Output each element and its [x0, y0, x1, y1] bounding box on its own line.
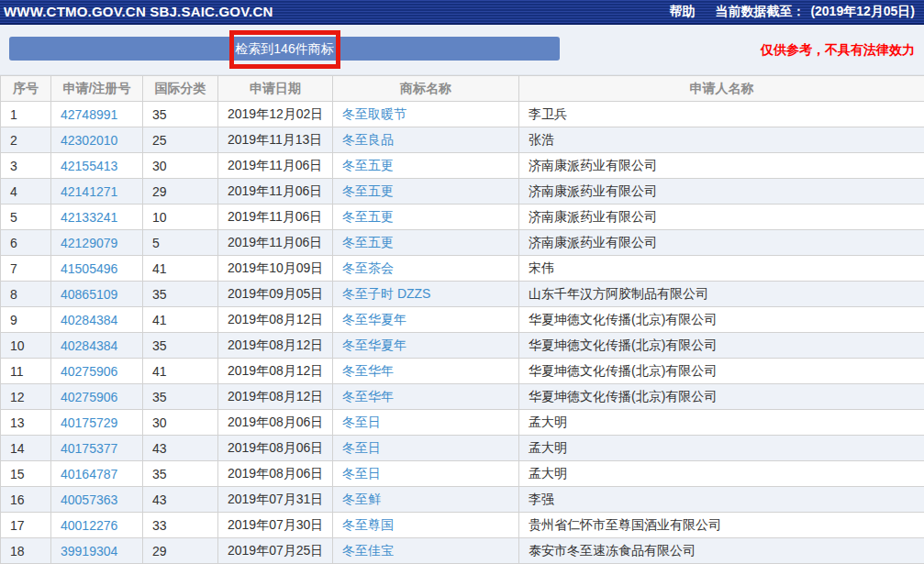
reg-number-cell: 40284384 — [51, 307, 143, 333]
applicant-name-cell: 孟大明 — [519, 436, 924, 461]
trademark-name-cell: 冬至取暖节 — [333, 102, 519, 127]
registration-number-link[interactable]: 42133241 — [61, 210, 117, 225]
registration-number-link[interactable]: 40284384 — [61, 313, 117, 327]
registration-number-link[interactable]: 40275906 — [61, 364, 117, 379]
reg-number-cell: 42129079 — [51, 230, 143, 256]
registration-number-link[interactable]: 40175729 — [61, 415, 117, 430]
intl-class-cell: 41 — [143, 307, 218, 333]
trademark-results-table: 序号 申请/注册号 国际分类 申请日期 商标名称 申请人名称 142748991… — [0, 75, 924, 564]
table-row: 940284384412019年08月12日冬至华夏年华夏坤德文化传播(北京)有… — [1, 307, 924, 333]
reg-number-cell: 40164787 — [51, 461, 143, 487]
applicant-name-cell: 李卫兵 — [519, 102, 924, 127]
intl-class-cell: 30 — [143, 410, 218, 436]
trademark-name-cell: 冬至日 — [333, 410, 519, 436]
trademark-name-link[interactable]: 冬至五更 — [342, 235, 394, 249]
registration-number-link[interactable]: 42302010 — [61, 133, 117, 148]
table-row: 741505496412019年10月09日冬至茶会宋伟 — [1, 256, 924, 282]
applicant-name-cell: 泰安市冬至速冻食品有限公司 — [519, 538, 924, 564]
row-index-cell: 13 — [1, 410, 51, 436]
trademark-name-link[interactable]: 冬至茶会 — [342, 260, 394, 275]
registration-number-link[interactable]: 40057363 — [61, 492, 117, 507]
row-index-cell: 15 — [1, 461, 51, 487]
registration-number-link[interactable]: 40012276 — [61, 518, 117, 533]
applicant-name-cell: 贵州省仁怀市至尊国酒业有限公司 — [519, 513, 924, 538]
applicant-name-cell: 济南康派药业有限公司 — [519, 153, 924, 179]
application-date-cell: 2019年08月12日 — [218, 359, 333, 384]
trademark-name-link[interactable]: 冬至日 — [342, 440, 381, 455]
intl-class-cell: 41 — [143, 359, 218, 384]
registration-number-link[interactable]: 40175377 — [61, 441, 117, 456]
intl-class-cell: 5 — [143, 230, 218, 256]
trademark-name-link[interactable]: 冬至五更 — [342, 158, 394, 172]
table-row: 64212907952019年11月06日冬至五更济南康派药业有限公司 — [1, 230, 924, 256]
registration-number-link[interactable]: 39919304 — [61, 544, 117, 558]
applicant-name-cell: 济南康派药业有限公司 — [519, 205, 924, 230]
trademark-name-link[interactable]: 冬至华年 — [342, 363, 394, 378]
intl-class-cell: 30 — [143, 153, 218, 179]
trademark-name-link[interactable]: 冬至日 — [342, 415, 381, 429]
applicant-name-cell: 孟大明 — [519, 461, 924, 487]
trademark-name-cell: 冬至日 — [333, 436, 519, 461]
reg-number-cell: 40865109 — [51, 282, 143, 307]
result-banner: 检索到146件商标 仅供参考，不具有法律效力 — [0, 25, 924, 75]
row-index-cell: 12 — [1, 384, 51, 410]
row-index-cell: 4 — [1, 179, 51, 205]
registration-number-link[interactable]: 42748991 — [61, 107, 117, 122]
trademark-name-link[interactable]: 冬至五更 — [342, 209, 394, 224]
trademark-name-link[interactable]: 冬至华年 — [342, 389, 394, 404]
trademark-name-link[interactable]: 冬至五更 — [342, 183, 394, 198]
registration-number-link[interactable]: 40865109 — [61, 287, 117, 302]
intl-class-cell: 35 — [143, 461, 218, 487]
registration-number-link[interactable]: 41505496 — [61, 261, 117, 276]
registration-number-link[interactable]: 42155413 — [61, 159, 117, 173]
table-row: 342155413302019年11月06日冬至五更济南康派药业有限公司 — [1, 153, 924, 179]
result-count-button[interactable]: 检索到146件商标 — [9, 37, 560, 61]
applicant-name-cell: 孟大明 — [519, 410, 924, 436]
registration-number-link[interactable]: 40284384 — [61, 338, 117, 353]
data-cutoff: 当前数据截至： (2019年12月05日) — [715, 4, 915, 20]
intl-class-cell: 29 — [143, 179, 218, 205]
trademark-name-link[interactable]: 冬至取暖节 — [342, 106, 406, 121]
trademark-name-link[interactable]: 冬至良品 — [342, 132, 394, 147]
registration-number-link[interactable]: 40164787 — [61, 467, 117, 481]
trademark-name-cell: 冬至华夏年 — [333, 307, 519, 333]
reg-number-cell: 42133241 — [51, 205, 143, 230]
applicant-name-cell: 华夏坤德文化传播(北京)有限公司 — [519, 359, 924, 384]
application-date-cell: 2019年08月12日 — [218, 333, 333, 359]
reg-number-cell: 42748991 — [51, 102, 143, 127]
trademark-name-link[interactable]: 冬至华夏年 — [342, 337, 406, 352]
table-row: 1540164787352019年08月06日冬至日孟大明 — [1, 461, 924, 487]
intl-class-cell: 43 — [143, 487, 218, 513]
reg-number-cell: 40275906 — [51, 359, 143, 384]
trademark-name-link[interactable]: 冬至鲜 — [342, 492, 381, 506]
row-index-cell: 16 — [1, 487, 51, 513]
registration-number-link[interactable]: 40275906 — [61, 390, 117, 404]
table-row: 142748991352019年12月02日冬至取暖节李卫兵 — [1, 102, 924, 127]
row-index-cell: 2 — [1, 127, 51, 153]
row-index-cell: 17 — [1, 513, 51, 538]
applicant-name-cell: 济南康派药业有限公司 — [519, 179, 924, 205]
row-index-cell: 14 — [1, 436, 51, 461]
intl-class-cell: 10 — [143, 205, 218, 230]
legal-disclaimer-text: 仅供参考，不具有法律效力 — [761, 42, 915, 59]
trademark-name-link[interactable]: 冬至华夏年 — [342, 312, 406, 326]
table-row: 242302010252019年11月13日冬至良品张浩 — [1, 127, 924, 153]
trademark-name-link[interactable]: 冬至尊国 — [342, 517, 394, 532]
help-link[interactable]: 帮助 — [669, 4, 695, 20]
intl-class-cell: 35 — [143, 384, 218, 410]
reg-number-cell: 40275906 — [51, 384, 143, 410]
trademark-name-link[interactable]: 冬至日 — [342, 466, 381, 481]
table-row: 1040284384352019年08月12日冬至华夏年华夏坤德文化传播(北京)… — [1, 333, 924, 359]
applicant-name-cell: 济南康派药业有限公司 — [519, 230, 924, 256]
registration-number-link[interactable]: 42141271 — [61, 184, 117, 199]
trademark-name-link[interactable]: 冬至子时 DZZS — [342, 286, 430, 301]
trademark-name-cell: 冬至茶会 — [333, 256, 519, 282]
trademark-name-cell: 冬至五更 — [333, 179, 519, 205]
trademark-name-link[interactable]: 冬至佳宝 — [342, 543, 394, 558]
intl-class-cell: 33 — [143, 513, 218, 538]
registration-number-link[interactable]: 42129079 — [61, 236, 117, 250]
table-row: 1340175729302019年08月06日冬至日孟大明 — [1, 410, 924, 436]
applicant-name-cell: 华夏坤德文化传播(北京)有限公司 — [519, 384, 924, 410]
table-row: 1839919304292019年07月25日冬至佳宝泰安市冬至速冻食品有限公司 — [1, 538, 924, 564]
trademark-name-cell: 冬至佳宝 — [333, 538, 519, 564]
